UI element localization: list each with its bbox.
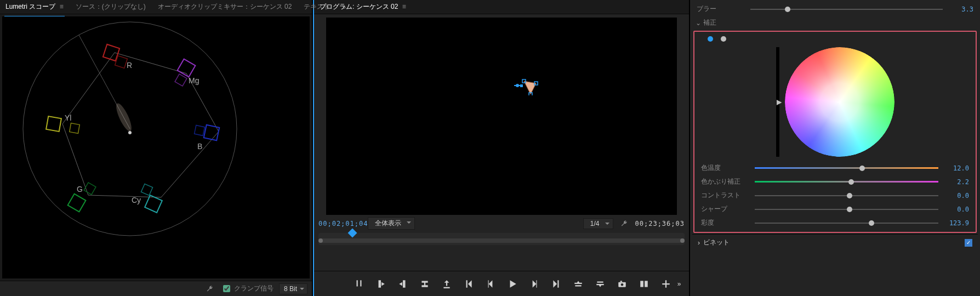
blur-label: ブラー xyxy=(697,4,746,14)
svg-point-25 xyxy=(621,283,624,286)
wrench-icon[interactable] xyxy=(619,218,630,229)
comparison-view-button[interactable] xyxy=(639,278,649,289)
svg-point-18 xyxy=(516,84,519,87)
mode-toggle xyxy=(697,35,973,45)
panel-menu-icon[interactable]: ≡ xyxy=(60,3,64,10)
mark-out-button[interactable] xyxy=(397,278,408,289)
svg-rect-28 xyxy=(645,281,648,287)
overflow-icon[interactable]: » xyxy=(674,278,685,289)
section-vignette[interactable]: › ビネット ✓ xyxy=(692,234,978,251)
luma-thumb[interactable] xyxy=(773,100,782,105)
zoom-range[interactable] xyxy=(318,238,685,243)
svg-rect-14 xyxy=(70,123,80,134)
add-marker-button[interactable] xyxy=(354,278,364,289)
mark-in-button[interactable] xyxy=(375,278,386,289)
sharpen-row: シャープ 0.0 xyxy=(697,202,973,216)
lift-button[interactable] xyxy=(573,278,584,289)
svg-point-15 xyxy=(113,101,134,133)
contrast-row: コントラスト 0.0 xyxy=(697,189,973,202)
svg-rect-13 xyxy=(46,116,61,132)
tab-audio-mixer[interactable]: オーディオクリップミキサー：シーケンス 02 xyxy=(157,0,293,14)
svg-rect-6 xyxy=(175,74,187,86)
step-back-button[interactable] xyxy=(485,278,496,289)
go-to-out-button[interactable] xyxy=(551,278,562,289)
svg-rect-9 xyxy=(145,195,162,213)
program-tabs: プログラム: シーケンス 02 ≡ xyxy=(314,0,689,14)
vectorscope-body: R Mg B Cy G Yl xyxy=(2,16,310,278)
panel-menu-icon[interactable]: ≡ xyxy=(402,3,406,10)
saturation-value[interactable]: 123.9 xyxy=(943,219,969,227)
scopes-tabs: Lumetri スコープ ≡ ソース：(クリップなし) オーディオクリップミキサ… xyxy=(0,0,312,14)
step-forward-button[interactable] xyxy=(529,278,540,289)
lumetri-panel: ブラー 3.3 ⌄ 補正 + 色温度 1 xyxy=(690,0,980,296)
vec-label-b: B xyxy=(197,142,202,151)
svg-rect-8 xyxy=(195,126,205,136)
tab-source[interactable]: ソース：(クリップなし) xyxy=(75,0,147,14)
tint-label: 色かぶり補正 xyxy=(701,177,750,186)
color-wheel[interactable]: + xyxy=(785,47,894,157)
button-editor-icon[interactable] xyxy=(660,278,671,289)
blur-slider[interactable] xyxy=(750,5,943,13)
vectorscope-canvas[interactable]: R Mg B Cy G Yl xyxy=(20,19,240,239)
snapshot-button[interactable] xyxy=(617,278,628,289)
svg-rect-11 xyxy=(68,194,86,212)
saturation-row: 彩度 123.9 xyxy=(697,216,973,230)
current-timecode[interactable]: 00;02;01;04 xyxy=(318,220,368,227)
sharpen-slider[interactable] xyxy=(755,206,938,213)
highlighted-section: + 色温度 12.0 色かぶり補正 2.2 コントラスト xyxy=(693,31,977,233)
clamp-label: クランプ信号 xyxy=(234,284,274,293)
monitor-body: 00;02;01;04 全体表示 1/4 00;23;36;03 xyxy=(314,14,689,271)
vec-label-yl: Yl xyxy=(65,113,71,122)
luma-slider[interactable] xyxy=(776,47,779,157)
luma-mode-dot[interactable] xyxy=(721,36,726,42)
temperature-label: 色温度 xyxy=(701,163,750,173)
timecode-row: 00;02;01;04 全体表示 1/4 00;23;36;03 xyxy=(314,215,689,232)
tint-value[interactable]: 2.2 xyxy=(943,178,969,186)
clamp-checkbox[interactable]: クランプ信号 xyxy=(221,283,274,294)
blur-value[interactable]: 3.3 xyxy=(947,5,973,13)
svg-point-16 xyxy=(128,131,132,134)
svg-marker-2 xyxy=(62,53,219,197)
zoom-dropdown[interactable]: 全体表示 xyxy=(368,217,415,230)
vec-label-r: R xyxy=(127,61,132,70)
saturation-slider[interactable] xyxy=(755,219,938,227)
resolution-dropdown[interactable]: 1/4 xyxy=(583,218,613,229)
export-frame-button[interactable] xyxy=(441,278,452,289)
program-monitor[interactable] xyxy=(326,18,677,215)
go-to-in-button[interactable] xyxy=(463,278,474,289)
svg-rect-10 xyxy=(141,184,152,195)
svg-rect-7 xyxy=(204,125,219,140)
contrast-value[interactable]: 0.0 xyxy=(943,192,969,200)
hsl-mode-dot[interactable] xyxy=(708,36,713,42)
bitdepth-dropdown[interactable]: 8 Bit xyxy=(279,283,307,294)
contrast-slider[interactable] xyxy=(755,192,938,200)
scopes-panel: Lumetri スコープ ≡ ソース：(クリップなし) オーディオクリップミキサ… xyxy=(0,0,313,296)
wrench-icon[interactable] xyxy=(204,283,215,294)
selected-clip-overlay[interactable] xyxy=(514,79,538,95)
svg-rect-19 xyxy=(520,84,523,87)
temperature-row: 色温度 12.0 xyxy=(697,161,973,175)
tint-slider[interactable] xyxy=(755,178,938,186)
svg-rect-26 xyxy=(620,281,622,282)
sharpen-value[interactable]: 0.0 xyxy=(943,206,969,213)
svg-rect-27 xyxy=(640,281,643,287)
vignette-label: ビネット xyxy=(703,238,730,247)
play-button[interactable] xyxy=(507,278,518,289)
section-correction[interactable]: ⌄ 補正 xyxy=(692,16,978,30)
temperature-value[interactable]: 12.0 xyxy=(943,164,969,172)
mark-clip-button[interactable] xyxy=(419,278,430,289)
vec-label-cy: Cy xyxy=(132,196,141,204)
scrubber[interactable] xyxy=(318,233,685,245)
program-panel: プログラム: シーケンス 02 ≡ 00;02;01;04 全体表示 xyxy=(313,0,690,296)
tab-program[interactable]: プログラム: シーケンス 02 ≡ xyxy=(318,0,407,14)
extract-button[interactable] xyxy=(595,278,606,289)
vignette-enable-checkbox[interactable]: ✓ xyxy=(965,239,972,247)
duration-timecode: 00;23;36;03 xyxy=(635,220,685,227)
temperature-slider[interactable] xyxy=(755,164,938,172)
tab-lumetri-scope[interactable]: Lumetri スコープ ≡ xyxy=(4,0,65,14)
sharpen-label: シャープ xyxy=(701,204,750,214)
twirl-down-icon: ⌄ xyxy=(696,19,700,27)
scopes-footer: クランプ信号 8 Bit xyxy=(0,281,312,296)
saturation-label: 彩度 xyxy=(701,218,750,227)
tab-label: Lumetri スコープ xyxy=(5,3,55,10)
